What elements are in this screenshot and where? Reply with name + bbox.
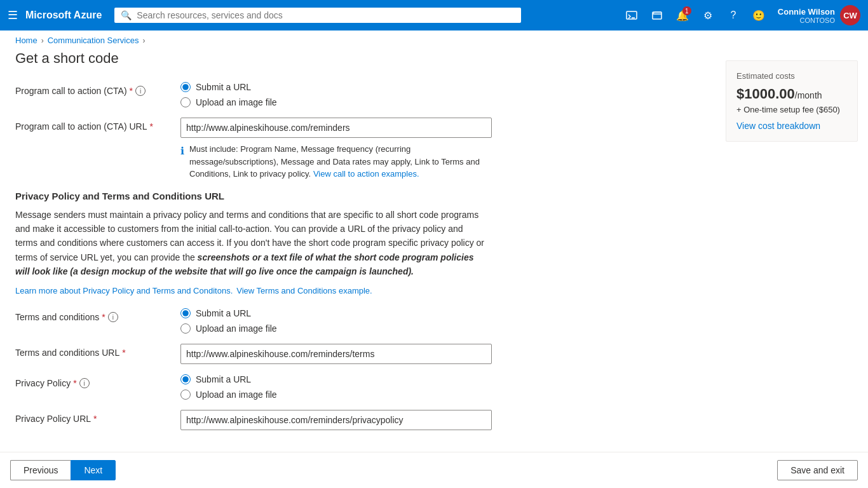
privacy-policy-radio-group: Submit a URL Upload an image file [180, 374, 492, 400]
cost-amount-row: $1000.00/month [736, 86, 847, 102]
next-button[interactable]: Next [71, 460, 116, 480]
terms-url-row: Terms and conditions URL * [15, 344, 700, 364]
feedback-icon[interactable]: 🙂 [747, 4, 770, 27]
privacy-url-control [180, 410, 492, 430]
breadcrumb-section[interactable]: Communication Services [48, 36, 139, 45]
notification-badge: 1 [682, 6, 691, 15]
program-cta-label1: Submit a URL [196, 82, 251, 92]
terms-label2: Upload an image file [196, 323, 277, 334]
terms-url-input[interactable] [180, 344, 492, 364]
cost-box: Estimated costs $1000.00/month + One-tim… [726, 60, 858, 142]
privacy-policy-label1: Submit a URL [196, 374, 251, 384]
program-cta-url-row: Program call to action (CTA) URL * ℹ Mus… [15, 118, 700, 180]
page-title: Get a short code [15, 50, 700, 67]
privacy-links: Learn more about Privacy Policy and Term… [15, 286, 700, 295]
privacy-policy-radio2[interactable] [180, 390, 191, 400]
svg-rect-2 [653, 12, 661, 19]
privacy-policy-label: Privacy Policy * i [15, 374, 180, 388]
terms-url-control [180, 344, 492, 364]
terms-radio1[interactable] [180, 308, 191, 318]
program-cta-radio-group: Submit a URL Upload an image file [180, 82, 492, 107]
privacy-url-row: Privacy Policy URL * [15, 410, 700, 430]
privacy-section-desc: Message senders must maintain a privacy … [15, 208, 485, 279]
terms-label1: Submit a URL [196, 308, 251, 318]
cloud-shell-icon[interactable] [620, 4, 643, 27]
privacy-policy-row: Privacy Policy * i Submit a URL Upload a… [15, 374, 700, 400]
privacy-url-label: Privacy Policy URL * [15, 410, 180, 424]
privacy-section-title: Privacy Policy and Terms and Conditions … [15, 191, 700, 201]
program-cta-radio2[interactable] [180, 97, 191, 107]
info-circle-icon: ℹ [180, 144, 184, 180]
nav-buttons: Previous Next [10, 460, 116, 480]
terms-option2[interactable]: Upload an image file [180, 323, 492, 334]
terms-radio2[interactable] [180, 323, 191, 334]
program-cta-option1[interactable]: Submit a URL [180, 82, 492, 92]
help-icon[interactable]: ? [722, 4, 745, 27]
terms-label: Terms and conditions * i [15, 308, 180, 322]
breadcrumb-home[interactable]: Home [15, 36, 37, 45]
terms-options: Submit a URL Upload an image file [180, 308, 492, 334]
user-org: CONTOSO [778, 17, 835, 24]
program-cta-option2[interactable]: Upload an image file [180, 97, 492, 107]
topnav: ☰ Microsoft Azure 🔍 🔔 1 ⚙ ? 🙂 Connie Wil… [0, 0, 868, 30]
program-cta-options: Submit a URL Upload an image file [180, 82, 492, 107]
app-logo: Microsoft Azure [25, 10, 102, 21]
privacy-policy-info-icon[interactable]: i [79, 378, 90, 388]
terms-option1[interactable]: Submit a URL [180, 308, 492, 318]
breadcrumb: Home › Communication Services › [0, 30, 868, 50]
topnav-icon-group: 🔔 1 ⚙ ? 🙂 Connie Wilson CONTOSO CW [620, 4, 860, 27]
required-marker: * [130, 86, 133, 96]
main-panel: Get a short code Program call to action … [0, 50, 715, 452]
settings-icon[interactable]: ⚙ [696, 4, 719, 27]
view-cta-examples-link[interactable]: View call to action examples. [313, 169, 419, 179]
program-cta-url-control: ℹ Must include: Program Name, Message fr… [180, 118, 492, 180]
privacy-policy-radio1[interactable] [180, 374, 191, 384]
program-cta-radio1[interactable] [180, 82, 191, 92]
cost-setup: + One-time setup fee ($650) [736, 105, 847, 114]
privacy-policy-option2[interactable]: Upload an image file [180, 390, 492, 400]
program-cta-url-label: Program call to action (CTA) URL * [15, 118, 180, 132]
program-cta-info-icon[interactable]: i [135, 86, 146, 96]
cost-period: /month [795, 90, 822, 100]
view-cost-breakdown-link[interactable]: View cost breakdown [736, 121, 820, 131]
notifications-icon[interactable]: 🔔 1 [671, 4, 694, 27]
side-panel: Estimated costs $1000.00/month + One-tim… [715, 50, 868, 452]
search-input[interactable] [137, 10, 515, 20]
program-cta-label2: Upload an image file [196, 97, 277, 107]
bottom-bar: Previous Next Save and exit [0, 452, 868, 488]
privacy-policy-label2: Upload an image file [196, 390, 277, 400]
user-menu[interactable]: Connie Wilson CONTOSO CW [778, 5, 860, 25]
cost-amount: $1000.00 [736, 86, 795, 102]
program-cta-row: Program call to action (CTA) * i Submit … [15, 82, 700, 107]
estimated-costs-label: Estimated costs [736, 71, 847, 81]
breadcrumb-sep2: › [142, 36, 145, 45]
privacy-policy-option1[interactable]: Submit a URL [180, 374, 492, 384]
save-exit-button[interactable]: Save and exit [777, 460, 858, 480]
learn-more-link[interactable]: Learn more about Privacy Policy and Term… [15, 286, 233, 295]
terms-info-icon[interactable]: i [108, 312, 118, 322]
breadcrumb-sep1: › [41, 36, 44, 45]
terms-url-label: Terms and conditions URL * [15, 344, 180, 358]
search-bar[interactable]: 🔍 [114, 8, 521, 23]
search-icon: 🔍 [121, 10, 132, 20]
privacy-url-input[interactable] [180, 410, 492, 430]
program-cta-label: Program call to action (CTA) * i [15, 82, 180, 96]
privacy-policy-options: Submit a URL Upload an image file [180, 374, 492, 400]
user-name: Connie Wilson [778, 7, 835, 17]
terms-row: Terms and conditions * i Submit a URL Up… [15, 308, 700, 334]
previous-button[interactable]: Previous [10, 460, 71, 480]
avatar-initials: CW [843, 11, 857, 20]
avatar[interactable]: CW [840, 5, 860, 25]
program-cta-url-info: ℹ Must include: Program Name, Message fr… [180, 143, 492, 180]
program-cta-url-input[interactable] [180, 118, 492, 138]
hamburger-icon[interactable]: ☰ [8, 8, 18, 22]
directory-icon[interactable] [646, 4, 668, 27]
view-tc-example-link[interactable]: View Terms and Conditions example. [236, 286, 372, 295]
terms-radio-group: Submit a URL Upload an image file [180, 308, 492, 334]
